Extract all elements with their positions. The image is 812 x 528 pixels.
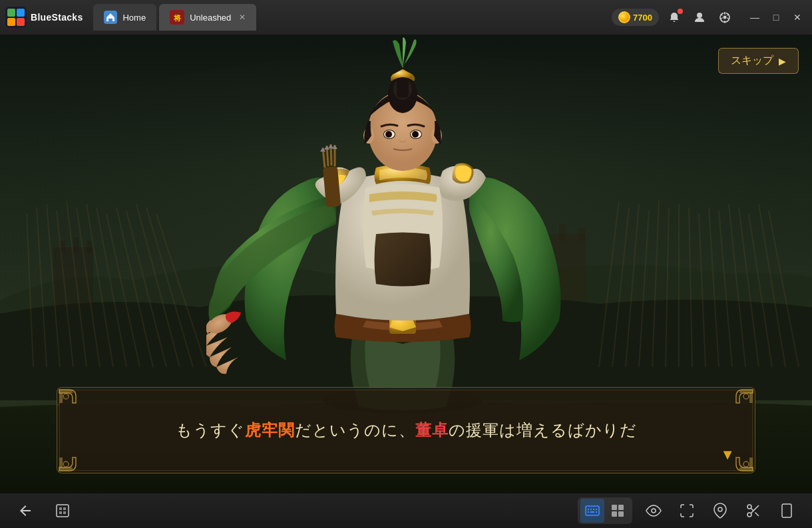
keyboard-button[interactable]	[580, 499, 604, 523]
svg-rect-84	[57, 505, 69, 517]
svg-point-10	[697, 13, 702, 18]
game-tab-label: Unleashed	[190, 13, 231, 23]
svg-point-82	[63, 462, 69, 467]
home-tab-label: Home	[122, 13, 146, 23]
dialog-text-part1: もうすぐ	[176, 421, 245, 439]
svg-rect-85	[59, 507, 62, 510]
dialog-text-part3: の援軍は増えるばかりだ	[449, 421, 637, 439]
bluestacks-logo-icon	[5, 7, 27, 28]
svg-rect-60	[397, 74, 409, 98]
coin-amount: 7700	[633, 13, 652, 23]
svg-point-67	[397, 139, 401, 142]
svg-point-11	[723, 16, 727, 19]
bluestacks-logo: BlueStacks	[5, 7, 83, 28]
dialog-text-part2: だというのに、	[295, 421, 415, 439]
dialog-text: もうすぐ虎牢関だというのに、董卓の援軍は増えるばかりだ	[176, 418, 637, 442]
skip-button[interactable]: スキップ ▶	[718, 48, 799, 74]
home-tab-icon	[104, 11, 117, 24]
svg-rect-98	[618, 505, 624, 510]
close-button[interactable]: ✕	[788, 8, 807, 27]
notification-button[interactable]	[664, 7, 684, 27]
svg-line-106	[755, 512, 759, 516]
maximize-button[interactable]: □	[767, 8, 785, 27]
dialog-highlight2: 董卓	[415, 421, 449, 439]
svg-rect-1	[7, 9, 15, 17]
keyboard-layout-button[interactable]	[606, 499, 630, 523]
window-controls: — □ ✕	[745, 8, 807, 27]
coin-badge: 7700	[612, 9, 659, 26]
settings-button[interactable]	[715, 7, 735, 27]
view-button[interactable]	[642, 499, 666, 523]
svg-rect-87	[59, 511, 62, 514]
svg-point-9	[620, 13, 629, 22]
svg-point-83	[743, 462, 749, 467]
dialog-corner-tr	[719, 386, 756, 423]
minimize-button[interactable]: —	[745, 8, 764, 27]
svg-rect-91	[590, 509, 592, 510]
svg-point-68	[405, 139, 409, 142]
dialog-box[interactable]: もうすぐ虎牢関だというのに、董卓の援軍は増えるばかりだ ▼	[57, 387, 755, 473]
bluestacks-brand-name: BlueStacks	[31, 12, 83, 23]
character-figure	[206, 35, 606, 427]
svg-point-101	[652, 509, 656, 513]
svg-marker-78	[328, 144, 333, 148]
svg-point-103	[747, 505, 751, 509]
dialog-corner-bl	[56, 438, 93, 474]
svg-rect-92	[593, 509, 594, 510]
device-button[interactable]	[775, 499, 799, 523]
game-tab-icon: 将	[170, 10, 184, 25]
keyboard-group[interactable]	[578, 497, 632, 524]
svg-rect-93	[596, 509, 597, 510]
skip-arrow-icon: ▶	[779, 56, 786, 66]
svg-marker-79	[332, 145, 337, 149]
profile-button[interactable]	[690, 7, 710, 27]
svg-rect-4	[17, 18, 25, 26]
svg-point-81	[743, 394, 749, 399]
dialog-highlight1: 虎牢関	[245, 421, 295, 439]
location-button[interactable]	[708, 499, 732, 523]
svg-rect-88	[63, 511, 66, 514]
toolbar-right-controls	[578, 497, 799, 524]
svg-rect-21	[87, 241, 92, 253]
dialog-advance-arrow[interactable]: ▼	[720, 446, 735, 463]
svg-rect-2	[17, 9, 25, 17]
game-tab[interactable]: 将 Unleashed ✕	[159, 4, 256, 31]
game-tab-close[interactable]: ✕	[239, 13, 246, 22]
svg-rect-94	[588, 511, 589, 513]
svg-rect-3	[7, 18, 15, 26]
svg-rect-99	[612, 511, 617, 517]
svg-rect-20	[73, 237, 79, 252]
toolbar-left-controls	[13, 499, 75, 523]
svg-rect-6	[108, 19, 112, 21]
bottom-toolbar	[0, 493, 812, 528]
svg-point-66	[412, 131, 419, 138]
svg-rect-100	[618, 511, 624, 517]
svg-line-107	[751, 508, 753, 511]
svg-point-104	[747, 513, 751, 517]
svg-point-65	[385, 131, 392, 138]
home-button[interactable]	[51, 499, 75, 523]
back-button[interactable]	[13, 499, 37, 523]
svg-rect-86	[63, 507, 66, 510]
dialog-corner-tl	[56, 386, 93, 423]
home-tab[interactable]: Home	[93, 4, 156, 31]
svg-rect-97	[612, 505, 617, 510]
svg-point-102	[718, 507, 722, 511]
svg-text:将: 将	[173, 14, 182, 22]
svg-rect-96	[596, 511, 597, 513]
coin-icon	[618, 11, 630, 23]
fullscreen-button[interactable]	[675, 499, 699, 523]
titlebar-right-controls: 7700 — □ ✕	[612, 7, 807, 27]
scissors-button[interactable]	[741, 499, 765, 523]
svg-rect-108	[782, 504, 791, 517]
svg-rect-90	[588, 509, 589, 510]
game-area[interactable]: スキップ ▶	[0, 35, 812, 493]
titlebar: BlueStacks Home 将 Unleashed ✕	[0, 0, 812, 35]
svg-rect-89	[586, 506, 599, 515]
skip-button-label: スキップ	[731, 54, 773, 68]
notification-dot	[678, 9, 683, 14]
svg-rect-95	[590, 511, 594, 513]
